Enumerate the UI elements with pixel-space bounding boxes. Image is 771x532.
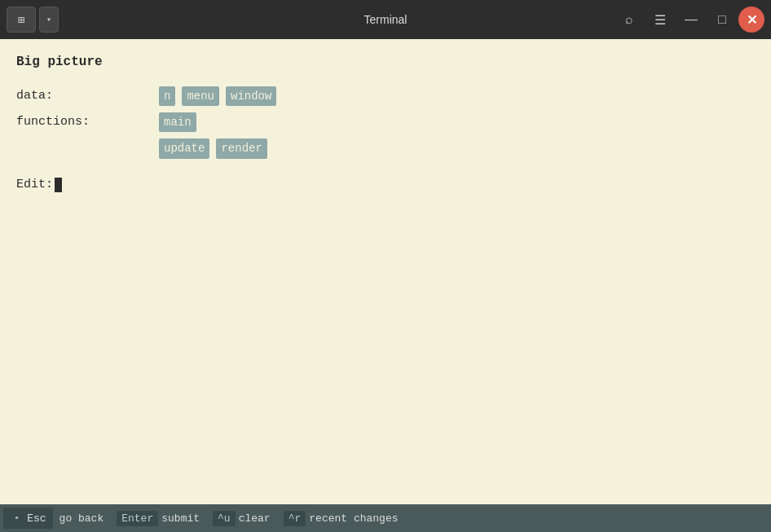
pin-button[interactable]: ⊞ [7, 7, 36, 33]
terminal-content: Big picture data: n menu window function… [0, 39, 771, 504]
functions-row1: main [159, 112, 267, 132]
functions-label: functions: [16, 112, 159, 132]
big-picture-title: Big picture [16, 52, 755, 73]
data-item-n: n [159, 86, 175, 106]
edit-label: Edit: [16, 175, 53, 195]
data-label: data: [16, 86, 159, 106]
search-button[interactable]: ⌕ [615, 7, 644, 33]
data-row: data: n menu window [16, 86, 755, 106]
function-update: update [159, 138, 209, 158]
function-render: render [216, 138, 267, 158]
edit-line: Edit: [16, 175, 755, 195]
go-back-label: go back [59, 512, 104, 525]
minimize-icon: — [685, 12, 698, 27]
titlebar-left: ⊞ ▾ [7, 7, 59, 33]
recent-changes-label: recent changes [309, 512, 398, 525]
titlebar-right: ⌕ ☰ — □ ✕ [615, 7, 764, 33]
ctrl-r-key: ^r [284, 511, 306, 526]
chevron-down-icon: ▾ [46, 15, 51, 24]
titlebar: ⊞ ▾ Terminal ⌕ ☰ — □ ✕ [0, 0, 771, 39]
bottom-key-enter[interactable]: Enter submit [110, 508, 206, 529]
data-items: n menu window [159, 86, 276, 106]
data-item-menu: menu [182, 86, 219, 106]
data-item-window: window [226, 86, 276, 106]
window-title: Terminal [364, 13, 408, 26]
functions-section: functions: main update render [16, 112, 755, 159]
bottom-key-clear[interactable]: ^u clear [206, 508, 277, 529]
pin-icon: ⊞ [18, 13, 24, 27]
close-icon: ✕ [747, 12, 757, 28]
bottom-key-esc[interactable]: ▪ Esc [3, 508, 53, 529]
bottom-bar: ▪ Esc go back Enter submit ^u clear ^r r… [0, 504, 771, 532]
submit-label: submit [161, 512, 200, 525]
functions-items: main update render [159, 112, 267, 159]
esc-key-label: ▪ [10, 511, 24, 525]
minimize-button[interactable]: — [676, 7, 706, 33]
menu-button[interactable]: ☰ [645, 7, 675, 33]
enter-key: Enter [117, 511, 158, 526]
esc-label: Esc [27, 512, 46, 525]
functions-row2: update render [159, 138, 267, 158]
bottom-key-go-back[interactable]: go back [53, 508, 111, 529]
maximize-button[interactable]: □ [707, 7, 737, 33]
clear-label: clear [239, 512, 271, 525]
functions-row: functions: main update render [16, 112, 755, 159]
dropdown-button[interactable]: ▾ [39, 7, 59, 33]
maximize-icon: □ [718, 12, 726, 27]
bottom-key-recent[interactable]: ^r recent changes [277, 508, 405, 529]
hamburger-icon: ☰ [654, 12, 666, 28]
cursor [55, 178, 62, 192]
ctrl-u-key: ^u [213, 511, 236, 526]
function-main: main [159, 112, 196, 132]
close-button[interactable]: ✕ [738, 7, 764, 33]
search-icon: ⌕ [625, 12, 633, 27]
